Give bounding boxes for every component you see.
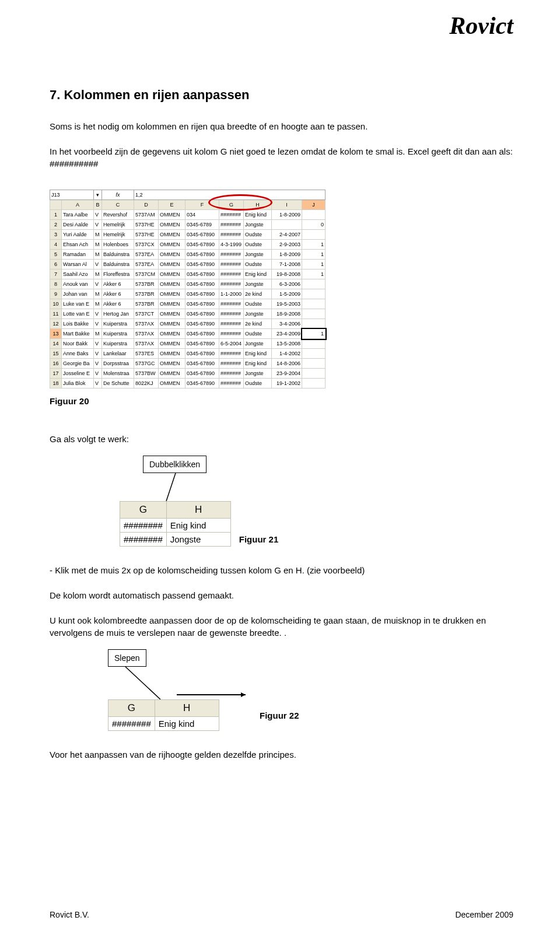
mini22-cell-h1[interactable]: Enig kind [155,717,219,731]
mini-col-g[interactable]: G [120,502,167,519]
cell-c[interactable]: Balduinstra [102,260,134,270]
row-header[interactable]: 4 [50,240,62,250]
cell-d[interactable]: 5737CX [134,240,159,250]
cell-j[interactable]: 1 [302,240,326,250]
cell-e[interactable]: OMMEN [159,279,186,289]
cell-i[interactable]: 23-4-2009 [272,329,302,339]
cell-j[interactable] [302,369,326,379]
cell-g[interactable]: ####### [219,319,244,329]
cell-i[interactable]: 1-8-2009 [272,210,302,220]
cell-i[interactable]: 2-9-2003 [272,240,302,250]
cell-j[interactable] [302,309,326,319]
cell-h[interactable]: Enig kind [244,270,272,279]
cell-h[interactable]: Jongste [244,250,272,260]
cell-c[interactable]: Akker 6 [102,279,134,289]
cell-a[interactable]: Lois Bakke [62,319,94,329]
cell-h[interactable]: Oudste [244,329,272,339]
cell-h[interactable]: Jongste [244,279,272,289]
cell-i[interactable]: 19-1-2002 [272,379,302,388]
row-header[interactable]: 11 [50,309,62,319]
cell-c[interactable]: Holenboes [102,240,134,250]
cell-b[interactable]: M [94,270,102,279]
cell-j[interactable] [302,230,326,240]
col-header-a[interactable]: A [62,200,94,210]
cell-e[interactable]: OMMEN [159,369,186,379]
cell-j[interactable] [302,349,326,359]
cell-f[interactable]: 0345-67890 [186,230,219,240]
mini22-col-h[interactable]: H [155,700,219,717]
formula-bar-input[interactable]: 1,2 [134,190,326,200]
cell-h[interactable]: Oudste [244,299,272,309]
select-all-corner[interactable] [50,200,62,210]
cell-f[interactable]: 0345-67890 [186,260,219,270]
cell-b[interactable]: M [94,299,102,309]
cell-g[interactable]: ####### [219,309,244,319]
cell-c[interactable]: Molenstraa [102,369,134,379]
cell-c[interactable]: Revershof [102,210,134,220]
cell-a[interactable]: Georgie Ba [62,359,94,369]
cell-g[interactable]: ####### [219,230,244,240]
cell-d[interactable]: 5737BR [134,289,159,299]
cell-a[interactable]: Ehsan Ach [62,240,94,250]
cell-a[interactable]: Anouk van [62,279,94,289]
cell-d[interactable]: 5737AX [134,319,159,329]
cell-b[interactable]: V [94,260,102,270]
cell-g[interactable]: ####### [219,379,244,388]
cell-e[interactable]: OMMEN [159,359,186,369]
cell-j[interactable] [302,359,326,369]
cell-e[interactable]: OMMEN [159,250,186,260]
cell-j[interactable] [302,210,326,220]
cell-d[interactable]: 5737AM [134,210,159,220]
cell-d[interactable]: 8022KJ [134,379,159,388]
row-header[interactable]: 16 [50,359,62,369]
cell-b[interactable]: M [94,240,102,250]
row-header[interactable]: 2 [50,220,62,230]
cell-a[interactable]: Johan van [62,289,94,299]
cell-d[interactable]: 5737ES [134,349,159,359]
cell-b[interactable]: V [94,379,102,388]
cell-g[interactable]: ####### [219,270,244,279]
cell-b[interactable]: M [94,250,102,260]
cell-a[interactable]: Desi Aalde [62,220,94,230]
cell-f[interactable]: 0345-67890 [186,250,219,260]
cell-g[interactable]: ####### [219,250,244,260]
cell-i[interactable]: 19-8-2008 [272,270,302,279]
row-header[interactable]: 12 [50,319,62,329]
cell-h[interactable]: Oudste [244,240,272,250]
cell-b[interactable]: M [94,329,102,339]
cell-h[interactable]: 2e kind [244,289,272,299]
cell-c[interactable]: Kuiperstra [102,319,134,329]
cell-a[interactable]: Yuri Aalde [62,230,94,240]
col-header-c[interactable]: C [102,200,134,210]
cell-g[interactable]: ####### [219,210,244,220]
cell-j[interactable]: 1 [302,329,326,339]
cell-e[interactable]: OMMEN [159,240,186,250]
cell-c[interactable]: Balduinstra [102,250,134,260]
mini22-cell-g1[interactable]: ######## [108,717,155,731]
cell-g[interactable]: ####### [219,329,244,339]
cell-j[interactable]: 1 [302,270,326,279]
cell-i[interactable]: 1-8-2009 [272,250,302,260]
cell-c[interactable]: Hemelrijk [102,220,134,230]
cell-e[interactable]: OMMEN [159,270,186,279]
cell-j[interactable] [302,289,326,299]
cell-a[interactable]: Lotte van E [62,309,94,319]
cell-h[interactable]: 2e kind [244,319,272,329]
cell-g[interactable]: ####### [219,260,244,270]
col-header-g[interactable]: G [219,200,244,210]
cell-e[interactable]: OMMEN [159,379,186,388]
cell-d[interactable]: 5737EA [134,250,159,260]
mini-cell-g2[interactable]: ######## [120,533,167,547]
row-header[interactable]: 5 [50,250,62,260]
row-header[interactable]: 10 [50,299,62,309]
cell-i[interactable]: 7-1-2008 [272,260,302,270]
row-header[interactable]: 6 [50,260,62,270]
cell-e[interactable]: OMMEN [159,220,186,230]
cell-f[interactable]: 0345-6789 [186,220,219,230]
row-header[interactable]: 3 [50,230,62,240]
name-box[interactable]: J13 [50,190,94,200]
cell-g[interactable]: ####### [219,369,244,379]
cell-e[interactable]: OMMEN [159,210,186,220]
cell-a[interactable]: Warsan Al [62,260,94,270]
cell-g[interactable]: 4-3-1999 [219,240,244,250]
